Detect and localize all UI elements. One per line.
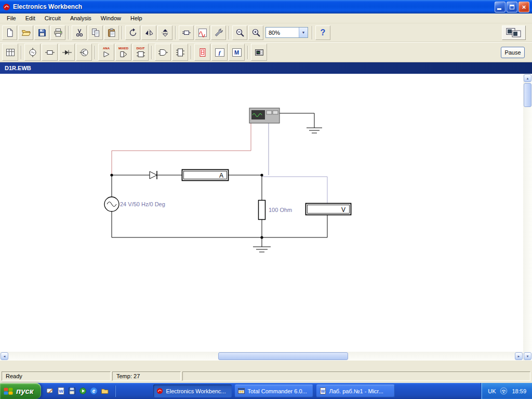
horizontal-scrollbar[interactable]: ◄ ► (0, 352, 523, 361)
diode-icon (62, 47, 72, 58)
copy-button[interactable] (88, 25, 103, 40)
create-subcircuit-button[interactable] (179, 25, 194, 40)
diode-component[interactable] (150, 171, 157, 179)
resistor-component[interactable]: 100 Ohm (259, 201, 292, 220)
menu-file[interactable]: File (2, 14, 21, 23)
zoom-in-button[interactable] (248, 25, 263, 40)
indicators-bin-button[interactable] (194, 44, 210, 61)
quick-launch: W e (46, 385, 116, 397)
language-indicator[interactable]: UK (488, 388, 496, 394)
digital-ics-bin-button[interactable]: DIGIT (132, 44, 149, 61)
ie-icon[interactable]: e (90, 387, 98, 395)
zoom-combobox[interactable]: 80% ▼ (265, 27, 308, 38)
taskbar-task-ewb[interactable]: Electronics Workbenc... (153, 384, 232, 397)
scroll-down-button[interactable]: ▼ (524, 352, 531, 360)
start-button[interactable]: пуск (0, 383, 41, 399)
scroll-up-button[interactable]: ▲ (524, 74, 531, 82)
zoom-out-button[interactable] (232, 25, 247, 40)
taskbar-task-total-commander[interactable]: Total Commander 6.0... (235, 384, 313, 397)
ground-symbol-top[interactable] (307, 128, 322, 133)
menu-circuit[interactable]: Circuit (40, 14, 65, 23)
graphs-icon (197, 28, 208, 38)
vertical-scrollbar[interactable]: ▲ ▼ (523, 74, 532, 361)
oscilloscope-probe-wire-a[interactable] (112, 123, 251, 175)
instrument-console-button[interactable] (502, 25, 526, 40)
ammeter-component[interactable]: A (182, 170, 229, 181)
transistors-bin-button[interactable] (76, 44, 92, 61)
vertical-scroll-thumb[interactable] (524, 83, 531, 107)
sources-bin-button[interactable] (24, 44, 41, 61)
show-desktop-icon[interactable] (46, 387, 54, 395)
voltmeter-wire-top[interactable] (262, 177, 327, 204)
disk-icon[interactable] (68, 387, 76, 395)
network-tray-icon[interactable] (500, 387, 508, 395)
menu-analysis[interactable]: Analysis (65, 14, 96, 23)
diodes-bin-button[interactable] (59, 44, 75, 61)
ac-source-component[interactable]: 24 V/50 Hz/0 Deg (104, 197, 165, 211)
word-quicklaunch-icon[interactable]: W (57, 387, 65, 395)
mixed-ics-bin-button[interactable]: MIXED (115, 44, 131, 61)
toolbar-separator (175, 26, 176, 39)
controls-bin-button[interactable]: f (211, 44, 228, 61)
print-icon (53, 28, 63, 38)
folder-icon[interactable] (101, 387, 109, 395)
rotate-button[interactable] (125, 25, 140, 40)
scroll-right-icon: ► (517, 355, 521, 358)
voltmeter-component[interactable]: V (306, 204, 351, 215)
menu-edit[interactable]: Edit (21, 14, 40, 23)
new-button[interactable] (2, 25, 17, 40)
scroll-left-button[interactable]: ◄ (1, 352, 8, 360)
mixed-ic-icon (118, 51, 129, 58)
seven-segment-icon (197, 47, 208, 58)
help-icon: ? (321, 28, 326, 37)
cut-button[interactable] (72, 25, 87, 40)
main-toolbar: 80% ▼ ? (0, 23, 532, 42)
flip-horizontal-button[interactable] (141, 25, 156, 40)
toolbar-separator (247, 46, 248, 59)
display-graphs-button[interactable] (195, 25, 210, 40)
close-button[interactable]: × (518, 2, 529, 12)
menu-help[interactable]: Help (126, 14, 147, 23)
paste-icon (107, 28, 117, 38)
parts-bin-toolbar: ANA MIXED DIGIT f M (0, 42, 532, 62)
restore-button[interactable] (507, 2, 517, 12)
ac-source-icon (28, 47, 38, 58)
paste-button[interactable] (104, 25, 119, 40)
media-player-icon[interactable] (79, 387, 87, 395)
task-label: Total Commander 6.0... (247, 388, 307, 394)
menu-window[interactable]: Window (96, 14, 126, 23)
flip-vertical-icon (160, 28, 170, 38)
horizontal-scroll-thumb[interactable] (218, 352, 348, 360)
pause-button[interactable]: Pause (501, 47, 525, 58)
toolbar-separator (68, 26, 69, 39)
basic-bin-button[interactable] (42, 44, 58, 61)
taskbar-task-word-document[interactable]: W Лаб. раб.№1 - Micr... (316, 384, 395, 397)
save-button[interactable] (34, 25, 49, 40)
help-button[interactable]: ? (315, 25, 330, 40)
digital-bin-button[interactable] (172, 44, 188, 61)
scroll-up-icon: ▲ (526, 77, 529, 80)
spacer-bar (0, 361, 532, 370)
junction-dot (260, 236, 263, 238)
open-button[interactable] (18, 25, 33, 40)
flip-vertical-button[interactable] (157, 25, 172, 40)
analog-ics-bin-button[interactable]: ANA (98, 44, 114, 61)
favorites-bin-button[interactable] (2, 44, 18, 61)
component-properties-button[interactable] (211, 25, 226, 40)
zoom-dropdown-button[interactable]: ▼ (299, 28, 308, 37)
miscellaneous-bin-button[interactable]: M (229, 44, 245, 61)
toolbar-separator (151, 46, 152, 59)
app-logo-icon (3, 3, 10, 11)
transistor-icon (79, 47, 89, 58)
scroll-right-button[interactable]: ► (515, 352, 523, 360)
ground-symbol-bottom[interactable] (253, 247, 271, 252)
circuit-canvas[interactable]: 24 V/50 Hz/0 Deg A 100 Ohm (0, 74, 523, 352)
resistor-label: 100 Ohm (269, 207, 292, 213)
oscilloscope-component[interactable] (249, 108, 280, 123)
ammeter-label: A (219, 172, 223, 179)
minimize-button[interactable] (495, 2, 506, 12)
logic-gates-bin-button[interactable] (155, 44, 171, 61)
print-button[interactable] (50, 25, 65, 40)
instruments-bin-button[interactable] (251, 44, 267, 61)
clock: 18:59 (512, 388, 526, 394)
